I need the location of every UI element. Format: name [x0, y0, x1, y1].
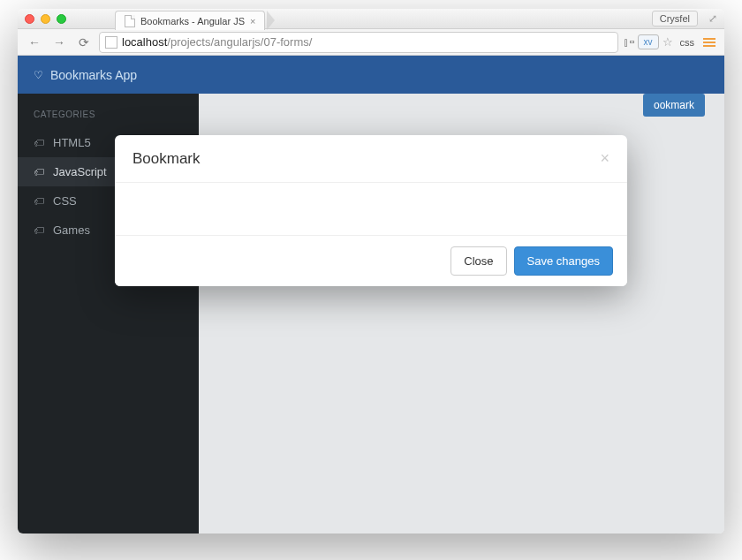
page-icon [125, 15, 135, 27]
browser-toolbar: ← → ⟳ localhost/projects/angularjs/07-fo… [18, 29, 724, 56]
modal-header: Bookmark × [115, 135, 627, 183]
modal-title: Bookmark [132, 150, 201, 168]
window-close-button[interactable] [25, 14, 34, 24]
profile-button[interactable]: Crysfel [652, 11, 698, 26]
device-toolbar-icon[interactable]: ⫿▭ [624, 36, 634, 49]
url-path: /projects/angularjs/07-forms/ [167, 35, 312, 49]
extension-xv[interactable]: xv [638, 34, 659, 49]
chrome-menu-icon[interactable] [701, 36, 717, 49]
modal-close-icon[interactable]: × [600, 149, 610, 168]
address-bar[interactable]: localhost/projects/angularjs/07-forms/ [99, 32, 618, 53]
reload-button[interactable]: ⟳ [74, 33, 94, 52]
tab-close-icon[interactable]: × [250, 16, 255, 26]
toolbar-right: ⫿▭ xv ☆ css [624, 34, 718, 49]
extension-css[interactable]: css [677, 35, 699, 49]
traffic-lights [25, 14, 66, 24]
bookmark-star-icon[interactable]: ☆ [662, 35, 673, 49]
modal-body [115, 183, 627, 236]
tab-title: Bookmarks - Angular JS [140, 16, 245, 26]
url-host: localhost [122, 35, 167, 49]
close-button[interactable]: Close [450, 246, 506, 276]
window-minimize-button[interactable] [41, 14, 50, 24]
tab-strip: Bookmarks - Angular JS × [115, 11, 275, 29]
window-titlebar: Bookmarks - Angular JS × Crysfel ⤢ [18, 9, 724, 29]
modal-footer: Close Save changes [115, 236, 627, 286]
site-info-icon[interactable] [105, 36, 117, 49]
url-display: localhost/projects/angularjs/07-forms/ [122, 35, 312, 49]
page-viewport: ♡ Bookmarks App CATEGORIES 🏷 HTML5 🏷 Jav… [18, 56, 724, 534]
browser-window: Bookmarks - Angular JS × Crysfel ⤢ ← → ⟳… [18, 9, 724, 534]
modal-backdrop[interactable]: Bookmark × Close Save changes [18, 56, 724, 534]
new-tab-button[interactable] [267, 11, 275, 30]
save-button[interactable]: Save changes [514, 246, 613, 276]
window-zoom-button[interactable] [57, 14, 66, 24]
bookmark-modal: Bookmark × Close Save changes [115, 135, 627, 286]
back-button[interactable]: ← [25, 33, 44, 52]
forward-button[interactable]: → [49, 33, 69, 52]
browser-tab[interactable]: Bookmarks - Angular JS × [115, 11, 265, 30]
fullscreen-icon[interactable]: ⤢ [708, 12, 717, 25]
